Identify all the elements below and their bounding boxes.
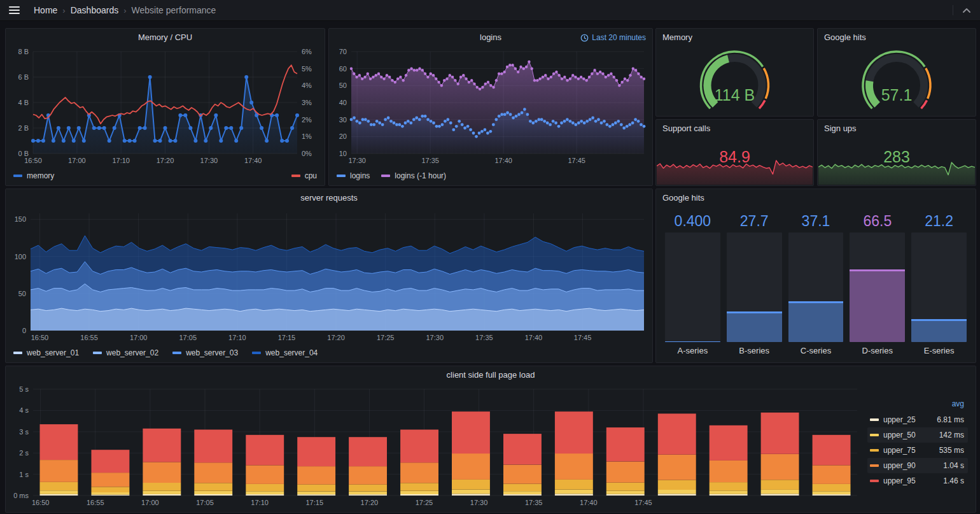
svg-text:17:20: 17:20 [361, 499, 379, 506]
legend-item-upper_95[interactable]: upper_951.46 s [867, 473, 968, 489]
svg-text:17:40: 17:40 [494, 157, 512, 164]
panel-title[interactable]: Sign ups [818, 120, 976, 138]
svg-text:17:25: 17:25 [377, 334, 395, 341]
bar-gauge-label: A-series [665, 342, 720, 357]
legend-item-web_server_04[interactable]: web_server_04 [252, 348, 318, 357]
legend-avg-value: 142 ms [939, 431, 964, 439]
svg-text:17:45: 17:45 [568, 157, 585, 164]
bar-gauge-item: 0.400A-series [665, 212, 720, 357]
svg-text:16:55: 16:55 [87, 499, 104, 506]
support-calls-sparkline [657, 152, 813, 185]
logins-chart[interactable]: 17:3017:3517:4017:4570605040302010 [332, 46, 649, 166]
svg-text:150: 150 [15, 215, 26, 223]
grafana-dashboard: Home › Dashboards › Website performance … [0, 0, 980, 514]
svg-text:17:20: 17:20 [157, 157, 174, 164]
svg-text:8 B: 8 B [18, 48, 29, 55]
bar-gauge-label: C-series [788, 342, 844, 357]
bar-gauge-label: E-series [911, 342, 967, 357]
legend: web_server_01web_server_02web_server_03w… [13, 346, 645, 360]
legend-swatch [870, 434, 879, 436]
breadcrumb: Home › Dashboards › Website performance [34, 5, 216, 15]
panel-google-hits-gauge: Google hits 57.1 [817, 28, 976, 117]
legend-item-web_server_03[interactable]: web_server_03 [172, 348, 238, 357]
legend-item-upper_90[interactable]: upper_901.04 s [867, 458, 968, 473]
panel-title[interactable]: Google hits [818, 29, 976, 46]
legend-item-memory[interactable]: memory [13, 171, 54, 180]
legend-item-upper_50[interactable]: upper_50142 ms [867, 427, 968, 443]
hamburger-icon [9, 6, 20, 8]
svg-text:1%: 1% [302, 132, 312, 140]
legend: loginslogins (-1 hour) [337, 169, 645, 183]
svg-text:16:50: 16:50 [31, 334, 49, 341]
top-nav: Home › Dashboards › Website performance [0, 0, 980, 21]
panel-memory-cpu: Memory / CPU 16:5017:0017:1017:2017:3017… [5, 28, 325, 186]
legend-label: upper_25 [883, 415, 916, 424]
legend-label: memory [27, 171, 54, 180]
client-load-chart[interactable]: 16:5016:5517:0017:0517:1017:1517:2017:25… [9, 384, 860, 508]
legend-item-cpu[interactable]: cpu [291, 171, 317, 180]
svg-text:17:05: 17:05 [179, 334, 197, 341]
panel-title[interactable]: Google hits [656, 189, 976, 207]
legend-item-logins (-1 hour)[interactable]: logins (-1 hour) [381, 171, 446, 180]
svg-text:17:30: 17:30 [200, 157, 218, 164]
legend-swatch [172, 352, 181, 354]
collapse-nav-button[interactable] [960, 3, 974, 18]
svg-text:17:00: 17:00 [68, 157, 86, 164]
svg-text:17:45: 17:45 [574, 334, 592, 341]
svg-text:40: 40 [339, 99, 347, 106]
menu-toggle-button[interactable] [6, 4, 22, 17]
svg-text:17:40: 17:40 [580, 499, 598, 506]
server-requests-chart[interactable]: 16:5016:5517:0017:0517:1017:1517:2017:25… [9, 207, 649, 343]
svg-text:17:10: 17:10 [228, 334, 246, 341]
clock-icon [580, 34, 589, 42]
svg-text:17:45: 17:45 [634, 499, 652, 506]
legend-label: upper_75 [883, 446, 916, 455]
panel-client-load: client side full page load 16:5016:5517:… [5, 366, 976, 513]
panel-title[interactable]: server requests [6, 189, 652, 207]
panel-title[interactable]: Memory [656, 29, 813, 46]
svg-text:4 s: 4 s [19, 406, 29, 414]
svg-text:17:10: 17:10 [251, 499, 269, 506]
time-range-badge[interactable]: Last 20 minutes [580, 29, 646, 46]
legend-swatch [13, 352, 22, 354]
svg-text:70: 70 [339, 48, 347, 55]
legend-avg-value: 1.46 s [943, 476, 964, 485]
panel-title[interactable]: client side full page load [6, 366, 976, 384]
memory-gauge: 114 B [659, 46, 811, 115]
svg-text:4 B: 4 B [18, 99, 29, 106]
sign-ups-sparkline [818, 152, 975, 185]
legend-item-logins[interactable]: logins [337, 171, 370, 180]
legend-item-web_server_01[interactable]: web_server_01 [13, 348, 79, 357]
bar-gauge-value: 0.400 [665, 212, 720, 232]
panel-title[interactable]: Memory / CPU [6, 29, 325, 46]
legend-avg-value: 535 ms [939, 446, 964, 455]
legend: memorycpu [13, 169, 317, 183]
svg-text:17:25: 17:25 [416, 499, 433, 506]
legend-label: logins [350, 171, 370, 180]
chevron-up-icon [962, 7, 971, 13]
legend-item-web_server_02[interactable]: web_server_02 [93, 348, 158, 357]
svg-text:17:35: 17:35 [475, 334, 493, 341]
legend-item-upper_75[interactable]: upper_75535 ms [867, 443, 968, 458]
legend-table: avgupper_256.81 msupper_50142 msupper_75… [867, 398, 968, 489]
panel-support-calls: Support calls 84.9 [655, 119, 814, 186]
panel-sign-ups: Sign ups 283 [817, 119, 976, 186]
memory-cpu-chart[interactable]: 16:5017:0017:1017:2017:3017:408 B6 B4 B2… [9, 46, 321, 166]
legend-swatch [870, 449, 879, 452]
legend-swatch [381, 175, 390, 177]
svg-text:17:30: 17:30 [470, 499, 488, 506]
legend-avg-header[interactable]: avg [867, 398, 968, 412]
svg-text:5 s: 5 s [19, 385, 29, 393]
panel-title[interactable]: Support calls [656, 120, 813, 138]
breadcrumb-dashboards[interactable]: Dashboards [71, 5, 119, 15]
breadcrumb-home[interactable]: Home [34, 5, 57, 15]
svg-text:50: 50 [339, 82, 347, 89]
legend-item-upper_25[interactable]: upper_256.81 ms [867, 412, 968, 427]
bar-gauge-item: 21.2E-series [911, 212, 967, 357]
svg-text:4%: 4% [302, 82, 312, 89]
svg-text:17:00: 17:00 [130, 334, 148, 341]
svg-text:0 B: 0 B [18, 150, 29, 157]
legend-label: upper_95 [883, 476, 916, 485]
panel-google-hits-bars: Google hits 0.400A-series27.7B-series37.… [655, 189, 976, 363]
breadcrumb-separator-icon: › [62, 6, 65, 15]
